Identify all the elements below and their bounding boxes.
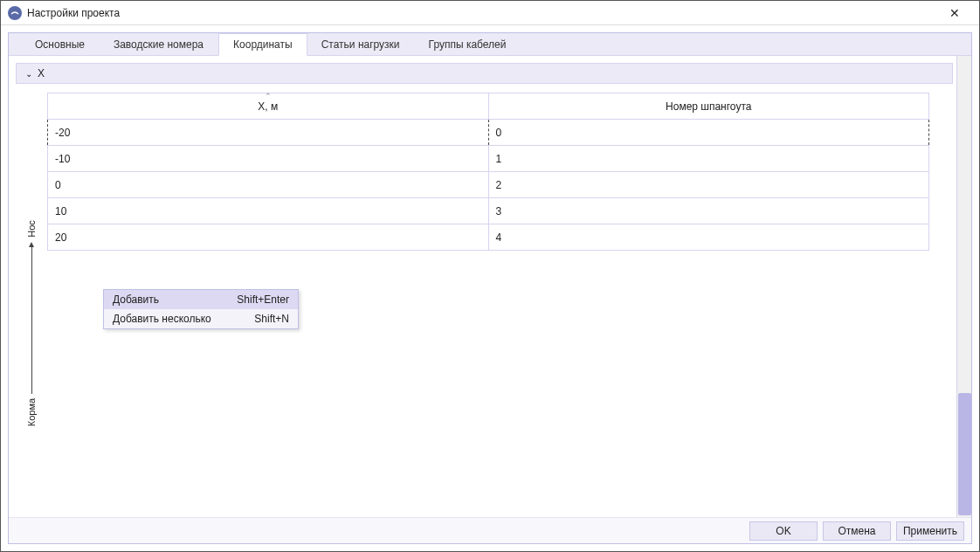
cell-x[interactable]: -20 bbox=[48, 120, 489, 146]
axis-bottom-text: Корма bbox=[26, 398, 37, 426]
context-menu: Добавить Shift+Enter Добавить несколько … bbox=[103, 289, 299, 329]
cancel-button[interactable]: Отмена bbox=[823, 521, 891, 541]
menu-item-label: Добавить несколько bbox=[113, 313, 211, 325]
table-row[interactable]: 0 2 bbox=[48, 172, 929, 198]
panel-area: ⌄ X Нос Корма ⌃ X, bbox=[9, 56, 971, 517]
tab-gruppy-kabeley[interactable]: Группы кабелей bbox=[415, 33, 521, 55]
menu-item-shortcut: Shift+N bbox=[254, 313, 289, 325]
dialog-window: Настройки проекта ✕ Основные Заводские н… bbox=[0, 0, 980, 552]
cell-frame[interactable]: 3 bbox=[488, 198, 929, 224]
cell-frame[interactable]: 4 bbox=[488, 224, 929, 251]
window-title: Настройки проекта bbox=[27, 7, 937, 19]
accordion-label: X bbox=[38, 67, 45, 79]
content-frame: Основные Заводские номера Координаты Ста… bbox=[8, 32, 972, 544]
arrow-up-icon bbox=[31, 245, 32, 394]
tab-bar: Основные Заводские номера Координаты Ста… bbox=[9, 33, 971, 56]
cell-x[interactable]: 20 bbox=[48, 224, 489, 251]
ok-button[interactable]: OK bbox=[749, 521, 818, 541]
axis-label: Нос Корма bbox=[16, 93, 47, 251]
menu-item-add[interactable]: Добавить Shift+Enter bbox=[104, 290, 298, 309]
app-icon bbox=[8, 6, 22, 20]
cell-x[interactable]: 0 bbox=[48, 172, 489, 198]
apply-button[interactable]: Применить bbox=[896, 521, 964, 541]
sort-asc-icon: ⌃ bbox=[265, 92, 272, 100]
scrollbar-thumb[interactable] bbox=[958, 393, 971, 515]
accordion-header-x[interactable]: ⌄ X bbox=[16, 63, 953, 84]
chevron-down-icon: ⌄ bbox=[25, 69, 32, 79]
tab-osnovnye[interactable]: Основные bbox=[21, 33, 100, 55]
table-row[interactable]: 20 4 bbox=[48, 224, 929, 251]
col-header-frame[interactable]: Номер шпангоута bbox=[488, 93, 929, 120]
col-header-x[interactable]: ⌃ X, м bbox=[48, 93, 489, 120]
axis-top-text: Нос bbox=[26, 220, 37, 238]
menu-item-add-many[interactable]: Добавить несколько Shift+N bbox=[104, 309, 298, 328]
vertical-scrollbar[interactable] bbox=[956, 56, 971, 517]
panel-content: ⌄ X Нос Корма ⌃ X, bbox=[9, 56, 956, 517]
cell-x[interactable]: 10 bbox=[48, 198, 489, 224]
cell-frame[interactable]: 1 bbox=[488, 146, 929, 172]
table-row[interactable]: 10 3 bbox=[48, 198, 929, 224]
cell-frame[interactable]: 0 bbox=[488, 120, 929, 146]
menu-item-label: Добавить bbox=[113, 293, 159, 306]
cell-frame[interactable]: 2 bbox=[488, 172, 929, 198]
table-row[interactable]: -20 0 bbox=[48, 120, 929, 146]
coordinates-table: ⌃ X, м Номер шпангоута -20 bbox=[47, 93, 929, 251]
cell-x[interactable]: -10 bbox=[48, 146, 489, 172]
tab-stati-nagruzki[interactable]: Статьи нагрузки bbox=[307, 33, 415, 55]
close-icon[interactable]: ✕ bbox=[937, 7, 972, 19]
table-wrapper: Нос Корма ⌃ X, м Но bbox=[16, 93, 956, 251]
table-row[interactable]: -10 1 bbox=[48, 146, 929, 172]
tab-koordinaty[interactable]: Координаты bbox=[218, 33, 307, 56]
titlebar: Настройки проекта ✕ bbox=[1, 1, 979, 25]
menu-item-shortcut: Shift+Enter bbox=[237, 293, 289, 306]
tab-zavodskie-nomera[interactable]: Заводские номера bbox=[100, 33, 218, 55]
dialog-footer: OK Отмена Применить bbox=[9, 517, 971, 543]
